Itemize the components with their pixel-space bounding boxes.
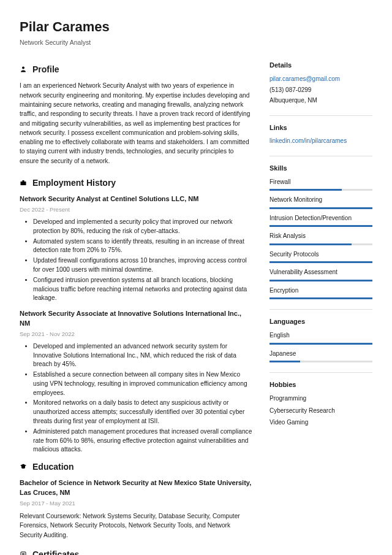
- job-entry: Network Security Associate at Innovative…: [20, 309, 252, 454]
- skills-heading: Skills: [270, 164, 372, 174]
- job-bullet: Configured intrusion prevention systems …: [33, 276, 252, 303]
- job-bullets: Developed and implemented an advanced ne…: [20, 342, 252, 454]
- skill-bar: [270, 243, 372, 245]
- job-title: Network Security Associate at Innovative…: [20, 309, 252, 329]
- skill-bar: [270, 343, 372, 345]
- languages-heading: Languages: [270, 317, 372, 327]
- divider: [270, 372, 372, 373]
- skill-name: Firewall: [270, 178, 372, 187]
- section-title: Education: [32, 461, 74, 473]
- briefcase-icon: [20, 179, 27, 186]
- skill-bar-fill: [270, 297, 372, 299]
- skill-bar: [270, 261, 372, 263]
- skill-name: English: [270, 331, 372, 340]
- education-title: Bachelor of Science in Network Security …: [20, 478, 252, 498]
- divider: [270, 156, 372, 156]
- skill-item: Intrusion Detection/Prevention: [270, 214, 372, 228]
- job-title: Network Security Analyst at Centinel Sol…: [20, 194, 252, 204]
- skill-item: Network Monitoring: [270, 196, 372, 209]
- skill-item: Firewall: [270, 178, 372, 191]
- section-title: Employment History: [32, 177, 116, 189]
- job-bullet: Updated firewall configurations across 1…: [33, 256, 252, 275]
- svg-point-0: [22, 67, 24, 69]
- skill-bar-fill: [270, 261, 372, 263]
- section-title: Profile: [32, 63, 59, 75]
- skill-item: Risk Analysis: [270, 232, 372, 245]
- skill-bar-fill: [270, 343, 372, 345]
- skill-item: Vulnerability Assessment: [270, 268, 372, 281]
- resume-header: Pilar Carames Network Security Analyst: [20, 17, 372, 47]
- skill-bar: [270, 280, 372, 281]
- certificates-heading: Certificates: [20, 548, 252, 555]
- skill-bar-fill: [270, 207, 372, 209]
- skill-name: Security Protocols: [270, 250, 372, 259]
- job-entry: Network Security Analyst at Centinel Sol…: [20, 194, 252, 303]
- skill-bar-fill: [270, 225, 372, 227]
- job-bullet: Automated system scans to identify threa…: [33, 237, 252, 256]
- hobby-item: Programming: [270, 394, 372, 404]
- section-title: Certificates: [32, 548, 79, 555]
- skill-bar: [270, 361, 372, 362]
- svg-rect-1: [21, 182, 26, 185]
- skill-bar: [270, 189, 372, 191]
- main-column: Profile I am an experienced Network Secu…: [20, 61, 252, 555]
- graduation-cap-icon: [20, 463, 27, 470]
- person-name: Pilar Carames: [20, 17, 372, 37]
- hobbies-heading: Hobbies: [270, 380, 372, 390]
- skill-bar-fill: [270, 189, 342, 191]
- skill-bar: [270, 225, 372, 227]
- divider: [270, 115, 372, 116]
- skill-name: Intrusion Detection/Prevention: [270, 214, 372, 223]
- job-date: Sep 2021 - Nov 2022: [20, 330, 252, 339]
- phone-text: (513) 087-0299: [270, 86, 372, 95]
- person-icon: [20, 66, 27, 73]
- person-title: Network Security Analyst: [20, 38, 372, 47]
- job-date: Dec 2022 - Present: [20, 205, 252, 214]
- profile-text: I am an experienced Network Security Ana…: [20, 81, 252, 166]
- svg-rect-2: [23, 180, 24, 182]
- job-bullet: Monitored networks on a daily basis to d…: [33, 399, 252, 426]
- skill-name: Encryption: [270, 286, 372, 296]
- hobby-item: Cybersecurity Research: [270, 407, 372, 416]
- education-text: Relevant Coursework: Network Systems Sec…: [20, 511, 252, 540]
- links-heading: Links: [270, 123, 372, 133]
- skill-item: Encryption: [270, 286, 372, 300]
- certificate-icon: [20, 551, 27, 555]
- job-bullet: Established a secure connection between …: [33, 370, 252, 397]
- education-heading: Education: [20, 461, 252, 473]
- job-bullets: Developed and implemented a security pol…: [20, 218, 252, 303]
- job-bullet: Administered patch management procedures…: [33, 427, 252, 454]
- linkedin-link[interactable]: linkedin.com/in/pilarcarames: [270, 137, 347, 144]
- skill-bar: [270, 297, 372, 299]
- divider: [270, 309, 372, 310]
- skill-bar-fill: [270, 280, 372, 281]
- sidebar: Details pilar.carames@gmail.com (513) 08…: [270, 61, 372, 555]
- skill-bar-fill: [270, 243, 352, 245]
- details-heading: Details: [270, 61, 372, 71]
- education-date: Sep 2017 - May 2021: [20, 499, 252, 508]
- skill-name: Japanese: [270, 350, 372, 359]
- job-bullet: Developed and implemented an advanced ne…: [33, 342, 252, 369]
- job-bullet: Developed and implemented a security pol…: [33, 218, 252, 236]
- hobby-item: Video Gaming: [270, 418, 372, 427]
- profile-heading: Profile: [20, 63, 252, 75]
- skill-name: Vulnerability Assessment: [270, 268, 372, 277]
- skill-name: Network Monitoring: [270, 196, 372, 205]
- skill-item: Security Protocols: [270, 250, 372, 264]
- location-text: Albuquerque, NM: [270, 96, 372, 105]
- skill-bar-fill: [270, 361, 300, 362]
- skill-item: Japanese: [270, 350, 372, 363]
- skill-name: Risk Analysis: [270, 232, 372, 241]
- email-link[interactable]: pilar.carames@gmail.com: [270, 75, 340, 82]
- employment-heading: Employment History: [20, 177, 252, 189]
- skill-item: English: [270, 331, 372, 345]
- skill-bar: [270, 207, 372, 209]
